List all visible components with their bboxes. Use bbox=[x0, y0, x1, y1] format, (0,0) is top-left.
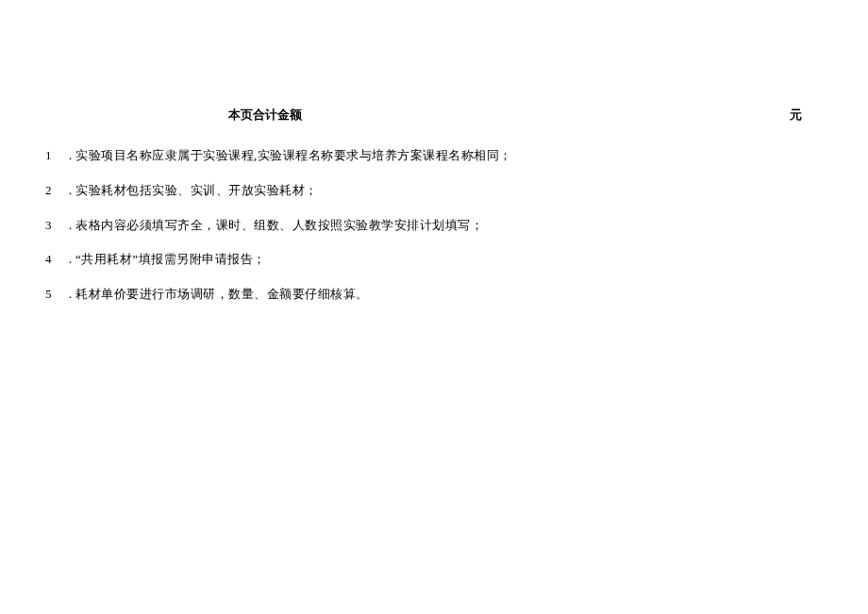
header-row: 本页合计金额 元 bbox=[0, 0, 868, 124]
note-item: 2 ． 实验耗材包括实验、实训、开放实验耗材； bbox=[45, 181, 823, 201]
note-number: 1 bbox=[45, 146, 64, 166]
note-item: 1 ． 实验项目名称应隶属于实验课程,实验课程名称要求与培养方案课程名称相同； bbox=[45, 146, 823, 166]
note-number: 3 bbox=[45, 216, 64, 236]
note-text: 实验耗材包括实验、实训、开放实验耗材； bbox=[75, 181, 318, 201]
note-item: 5 ． 耗材单价要进行市场调研，数量、金额要仔细核算。 bbox=[45, 285, 823, 305]
note-dot: ． bbox=[64, 216, 75, 236]
note-number: 5 bbox=[45, 285, 64, 305]
note-number: 4 bbox=[45, 250, 64, 270]
note-number: 2 bbox=[45, 181, 64, 201]
header-title: 本页合计金额 bbox=[228, 107, 302, 124]
note-item: 3 ． 表格内容必须填写齐全，课时、组数、人数按照实验教学安排计划填写； bbox=[45, 216, 823, 236]
note-text: “共用耗材”填报需另附申请报告； bbox=[75, 250, 266, 270]
notes-list: 1 ． 实验项目名称应隶属于实验课程,实验课程名称要求与培养方案课程名称相同； … bbox=[0, 124, 868, 305]
note-dot: ． bbox=[64, 181, 75, 201]
note-dot: ． bbox=[64, 250, 75, 270]
note-item: 4 ． “共用耗材”填报需另附申请报告； bbox=[45, 250, 823, 270]
note-text: 表格内容必须填写齐全，课时、组数、人数按照实验教学安排计划填写； bbox=[75, 216, 483, 236]
note-text: 实验项目名称应隶属于实验课程,实验课程名称要求与培养方案课程名称相同； bbox=[75, 146, 512, 166]
note-dot: ． bbox=[64, 285, 75, 305]
note-dot: ． bbox=[64, 146, 75, 166]
header-unit: 元 bbox=[790, 107, 810, 124]
note-text: 耗材单价要进行市场调研，数量、金额要仔细核算。 bbox=[75, 285, 369, 305]
